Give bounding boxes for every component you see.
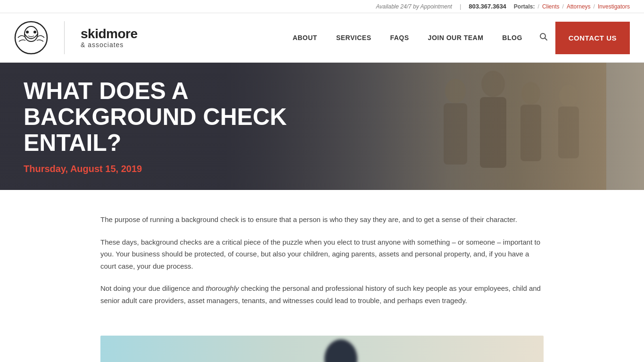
logo-divider <box>64 21 65 54</box>
svg-line-5 <box>545 38 547 41</box>
svg-point-2 <box>26 31 29 33</box>
hero-date: Thursday, August 15, 2019 <box>24 164 354 174</box>
logo-icon <box>14 21 48 55</box>
main-content: The purpose of running a background chec… <box>86 190 558 336</box>
portal-investigators-link[interactable]: Investigators <box>598 3 630 10</box>
bottom-image-container <box>86 336 558 362</box>
svg-point-3 <box>33 31 36 33</box>
search-icon[interactable] <box>532 28 555 48</box>
nav-blog[interactable]: BLOG <box>493 29 531 46</box>
nav-services[interactable]: SERVICES <box>327 29 381 46</box>
contact-us-button[interactable]: CONTACT US <box>555 22 630 54</box>
availability-text: Available 24/7 by Appointment <box>376 3 452 10</box>
phone-number: 803.367.3634 <box>469 3 506 10</box>
content-para-3: Not doing your due diligence and thoroug… <box>100 282 544 306</box>
portal-clients-link[interactable]: Clients <box>542 3 560 10</box>
nav-about[interactable]: ABOUT <box>283 29 327 46</box>
logo-name: skidmore <box>81 27 138 41</box>
hero-section: WHAT DOES A BACKGROUND CHECK ENTAIL? Thu… <box>0 63 644 190</box>
logo-sub: & associates <box>81 41 138 49</box>
para3-before-em: Not doing your due diligence and <box>100 284 206 292</box>
separator: | <box>460 3 461 10</box>
logo-text: skidmore & associates <box>81 27 138 49</box>
nav-menu: ABOUT SERVICES FAQS JOIN OUR TEAM BLOG C… <box>283 22 630 54</box>
content-para-1: The purpose of running a background chec… <box>100 214 544 226</box>
portals-area: Portals: / Clients / Attorneys / Investi… <box>514 3 630 10</box>
nav-join-team[interactable]: JOIN OUR TEAM <box>419 29 493 46</box>
svg-point-14 <box>324 339 357 362</box>
main-nav: ABOUT SERVICES FAQS JOIN OUR TEAM BLOG C… <box>146 22 630 54</box>
hero-content: WHAT DOES A BACKGROUND CHECK ENTAIL? Thu… <box>0 63 377 190</box>
content-para-2: These days, background checks are a crit… <box>100 236 544 272</box>
portal-attorneys-link[interactable]: Attorneys <box>567 3 591 10</box>
nav-faqs[interactable]: FAQS <box>380 29 418 46</box>
top-bar: Available 24/7 by Appointment | 803.367.… <box>0 0 644 13</box>
para3-em: thoroughly <box>206 284 239 292</box>
svg-point-1 <box>25 26 38 41</box>
portals-label: Portals: <box>514 3 535 10</box>
hero-title: WHAT DOES A BACKGROUND CHECK ENTAIL? <box>24 78 354 156</box>
bottom-image <box>100 336 544 362</box>
logo-area: skidmore & associates <box>14 21 146 55</box>
site-header: skidmore & associates ABOUT SERVICES FAQ… <box>0 13 644 63</box>
